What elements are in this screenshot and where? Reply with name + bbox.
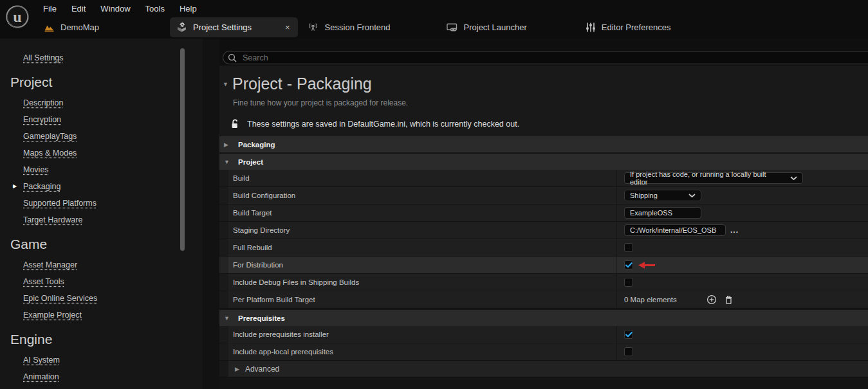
sidebar-item-asset-tools[interactable]: Asset Tools — [0, 273, 203, 290]
category-label: Project — [238, 158, 263, 166]
build-target-input[interactable]: ExampleOSS — [624, 207, 701, 219]
dropdown-value: Shipping — [630, 192, 658, 199]
row-gutter — [219, 343, 228, 360]
setting-label: Staging Directory — [228, 222, 616, 239]
row-gutter — [219, 291, 228, 308]
setting-label: Full Rebuild — [228, 239, 616, 256]
sidebar-item-animation[interactable]: Animation — [0, 368, 203, 385]
sidebar-item-target-hardware[interactable]: Target Hardware — [0, 212, 203, 228]
page-header: ▼ Project - Packaging Fine tune how your… — [219, 66, 868, 136]
gamepad-icon — [446, 23, 458, 33]
tab-label: Project Settings — [193, 23, 252, 32]
setting-row-include-app-local-prerequisites: Include app-local prerequisites — [219, 343, 868, 361]
staging-directory-input[interactable]: C:/Work/internal/EOS_OSB — [624, 224, 726, 236]
category-header-prerequisites[interactable]: ▼Prerequisites — [219, 310, 868, 326]
tab-demomap[interactable]: DemoMap — [44, 17, 99, 37]
setting-row-build-target: Build TargetExampleOSS — [219, 204, 868, 222]
sidebar-scrollbar[interactable] — [180, 48, 185, 251]
category-header-project[interactable]: ▼Project — [219, 154, 868, 170]
setting-label: Include prerequisites installer — [228, 326, 616, 343]
sliders-icon — [586, 22, 596, 33]
build-dropdown[interactable]: If project has code, or running a locall… — [624, 172, 803, 184]
category-header-packaging[interactable]: ▶Packaging — [219, 136, 868, 152]
triangle-down-icon: ▼ — [224, 159, 233, 165]
settings-box-icon — [176, 22, 187, 33]
setting-label: Include Debug Files in Shipping Builds — [228, 274, 616, 291]
map-elements-count: 0 Map elements — [624, 296, 677, 303]
tab-label: Project Launcher — [464, 23, 527, 32]
red-arrow-left-annotation-icon — [638, 261, 656, 269]
sidebar-item-example-project[interactable]: Example Project — [0, 307, 203, 323]
sidebar-item-encryption[interactable]: Encryption — [0, 111, 203, 128]
menu-help[interactable]: Help — [180, 4, 197, 14]
tab-project-launcher[interactable]: Project Launcher — [446, 17, 527, 37]
sidebar-item-asset-manager[interactable]: Asset Manager — [0, 257, 203, 273]
search-strip — [219, 39, 868, 66]
advanced-section-toggle[interactable]: ▶ Advanced — [219, 361, 868, 377]
include-prerequisites-installer-checkbox[interactable] — [624, 330, 633, 339]
sidebar-item-description[interactable]: Description — [0, 95, 203, 111]
selected-arrow-icon: ▶ — [13, 178, 17, 195]
full-rebuild-checkbox[interactable] — [624, 243, 633, 252]
setting-label: Build Target — [228, 204, 616, 221]
row-gutter — [219, 274, 228, 291]
sidebar-item-packaging[interactable]: Packaging▶ — [0, 178, 203, 195]
setting-row-include-debug-files-in-shipping-builds: Include Debug Files in Shipping Builds — [219, 274, 868, 291]
menu-edit[interactable]: Edit — [71, 4, 86, 14]
menu-tools[interactable]: Tools — [145, 4, 165, 14]
row-gutter — [219, 187, 228, 204]
setting-value — [616, 257, 868, 273]
sidebar-item-supported-platforms[interactable]: Supported Platforms — [0, 195, 203, 212]
tab-label: DemoMap — [60, 23, 99, 32]
sidebar-item-ai-system[interactable]: AI System — [0, 352, 203, 368]
sidebar-item-movies[interactable]: Movies — [0, 161, 203, 178]
row-gutter — [219, 361, 228, 377]
browse-button[interactable]: ... — [730, 226, 739, 235]
include-app-local-prerequisites-checkbox[interactable] — [624, 347, 633, 356]
setting-value: 0 Map elements — [616, 291, 868, 308]
unreal-editor-window: u FileEditWindowToolsHelp DemoMapProject… — [0, 0, 868, 389]
row-gutter — [219, 239, 228, 256]
tab-project-settings[interactable]: Project Settings× — [170, 17, 298, 37]
row-gutter — [219, 326, 228, 343]
sidebar-section-game: Game — [0, 228, 203, 257]
menu-file[interactable]: File — [43, 4, 57, 14]
setting-label: Build — [228, 170, 616, 186]
setting-label: Build Configuration — [228, 187, 616, 204]
close-icon[interactable]: × — [285, 23, 290, 32]
setting-row-build-configuration: Build ConfigurationShipping — [219, 187, 868, 204]
setting-value: Shipping — [616, 187, 868, 204]
sidebar-item-epic-online-services[interactable]: Epic Online Services — [0, 290, 203, 307]
add-element-icon[interactable] — [706, 294, 717, 305]
setting-value: C:/Work/internal/EOS_OSB... — [616, 222, 868, 239]
input-value: ExampleOSS — [630, 209, 672, 217]
sidebar-item-maps-modes[interactable]: Maps & Modes — [0, 145, 203, 161]
dropdown-value: If project has code, or running a locall… — [630, 170, 785, 186]
tab-bar: DemoMapProject Settings×Session Frontend… — [0, 16, 868, 39]
sidebar-item-all-settings[interactable]: All Settings — [0, 50, 203, 66]
for-distribution-checkbox[interactable] — [624, 260, 633, 269]
triangle-right-icon: ▶ — [224, 141, 233, 148]
sidebar-section-engine: Engine — [0, 323, 203, 352]
collapse-triangle-icon[interactable]: ▼ — [223, 81, 232, 87]
settings-main-panel: ▼ Project - Packaging Fine tune how your… — [203, 39, 868, 389]
row-gutter — [219, 204, 228, 221]
tab-session-frontend[interactable]: Session Frontend — [307, 17, 391, 37]
search-input[interactable] — [223, 51, 868, 64]
build-configuration-dropdown[interactable]: Shipping — [624, 190, 701, 201]
setting-row-build: BuildIf project has code, or running a l… — [219, 170, 868, 187]
main-menus: FileEditWindowToolsHelp — [43, 3, 212, 14]
menu-window[interactable]: Window — [100, 4, 130, 14]
sidebar-section-project: Project — [0, 66, 203, 95]
row-gutter — [219, 257, 228, 273]
delete-elements-icon[interactable] — [724, 294, 734, 305]
sidebar-item-gameplaytags[interactable]: GameplayTags — [0, 128, 203, 145]
map-actions — [706, 294, 734, 305]
category-label: Prerequisites — [238, 314, 285, 322]
triangle-right-icon: ▶ — [235, 366, 239, 372]
unreal-engine-logo-icon: u — [5, 5, 30, 29]
tab-editor-preferences[interactable]: Editor Preferences — [586, 17, 671, 37]
setting-value — [616, 326, 868, 343]
include-debug-files-in-shipping-builds-checkbox[interactable] — [624, 278, 633, 287]
details-panel: ▼ Project - Packaging Fine tune how your… — [219, 66, 868, 389]
